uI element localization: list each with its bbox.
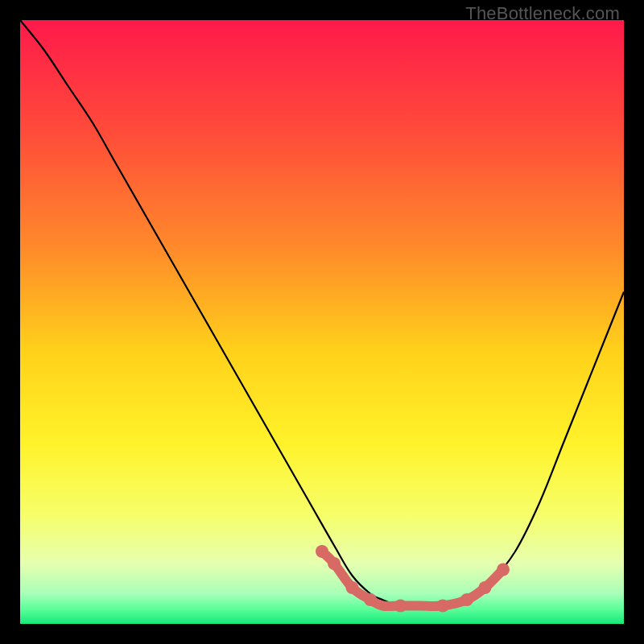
accent-dot xyxy=(460,593,473,606)
chart-svg xyxy=(20,20,624,624)
gradient-background xyxy=(20,20,624,624)
accent-dot xyxy=(316,545,328,558)
accent-dot xyxy=(364,593,377,606)
plot-area xyxy=(20,20,624,624)
accent-dot xyxy=(394,600,407,613)
accent-dot xyxy=(479,581,492,594)
accent-dot xyxy=(497,564,510,576)
accent-dot xyxy=(436,600,449,613)
chart-frame: TheBottleneck.com xyxy=(0,0,644,644)
accent-dot xyxy=(346,581,359,594)
accent-dot xyxy=(328,557,341,570)
